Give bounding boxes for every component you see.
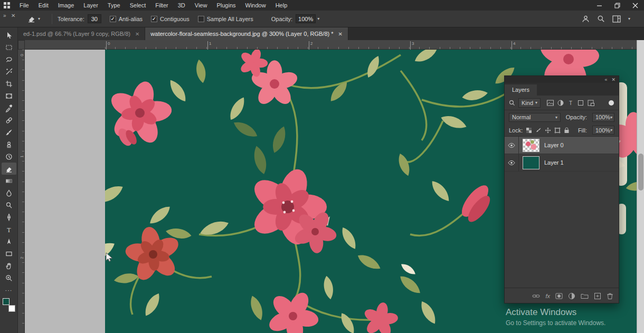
tool-shape[interactable] (2, 248, 16, 260)
tool-object-selection[interactable] (2, 65, 16, 78)
adjustment-layer-icon[interactable] (568, 292, 575, 300)
tool-crop[interactable] (2, 78, 16, 90)
tool-type[interactable]: T (2, 223, 16, 235)
panel-close-icon[interactable]: ✕ (611, 77, 615, 82)
contiguous-checkbox[interactable] (151, 16, 157, 22)
menu-layer[interactable]: Layer (79, 1, 103, 10)
layer-name[interactable]: Layer 0 (544, 142, 564, 148)
menu-window[interactable]: Window (241, 1, 271, 10)
menu-image[interactable]: Image (53, 1, 79, 10)
sample-all-layers-checkbox[interactable] (198, 16, 204, 22)
menu-view[interactable]: View (190, 1, 212, 10)
vertical-scrollbar[interactable] (637, 40, 644, 333)
tool-path-selection[interactable] (2, 235, 16, 248)
blend-mode-row: Normal ▾ Opacity: 100% ▾ (505, 110, 619, 124)
tolerance-input[interactable]: 30 (88, 14, 101, 23)
new-layer-icon[interactable] (594, 292, 601, 300)
tool-brush[interactable] (2, 126, 16, 138)
workspace-icon[interactable] (612, 15, 621, 23)
adjustment-layer-filter-icon[interactable] (557, 100, 564, 106)
layer-style-icon[interactable]: fx (545, 293, 550, 299)
menu-filter[interactable]: Filter (150, 1, 173, 10)
tool-lasso[interactable] (2, 53, 16, 65)
link-layers-icon[interactable] (532, 292, 540, 300)
menu-help[interactable]: Help (271, 1, 292, 10)
new-group-icon[interactable] (581, 292, 589, 299)
layer-row-layer-0[interactable]: Layer 0 (505, 137, 619, 154)
edit-toolbar-button[interactable]: ··· (5, 287, 13, 293)
layers-panel-footer: fx (505, 288, 619, 303)
type-layer-filter-icon[interactable]: T (567, 100, 574, 106)
filter-toggle-icon[interactable] (608, 100, 614, 106)
opacity-input[interactable]: 100% (296, 14, 316, 23)
anti-alias-checkbox[interactable] (110, 16, 116, 22)
pixel-layer-filter-icon[interactable] (547, 100, 554, 106)
menu-edit[interactable]: Edit (34, 1, 53, 10)
lock-artboard-icon[interactable] (554, 127, 561, 134)
layer-row-layer-1[interactable]: Layer 1 (505, 154, 619, 172)
delete-layer-icon[interactable] (607, 292, 613, 300)
document-tab-2[interactable]: watercolor-floral-seamless-background.jp… (145, 27, 348, 40)
search-icon (509, 100, 515, 106)
foreground-color-swatch[interactable] (3, 298, 10, 305)
visibility-toggle[interactable] (505, 137, 519, 154)
tool-preset-picker[interactable]: ▾ (27, 15, 40, 23)
panel-collapse-icon[interactable]: « (604, 77, 607, 82)
menu-type[interactable]: Type (103, 1, 125, 10)
magic-eraser-icon (27, 15, 36, 23)
background-color-swatch[interactable] (8, 305, 15, 312)
layer-mask-icon[interactable] (555, 292, 563, 300)
layer-opacity-label: Opacity: (566, 114, 587, 120)
tool-rectangular-marquee[interactable] (2, 41, 16, 53)
filter-kind-dropdown[interactable]: Kind ▾ (518, 98, 541, 108)
tool-blur[interactable] (2, 187, 16, 199)
smart-object-filter-icon[interactable] (588, 100, 594, 106)
tool-move[interactable] (2, 29, 16, 41)
close-icon[interactable]: ✕ (338, 31, 343, 37)
tool-gradient[interactable] (2, 175, 16, 187)
tool-hand[interactable] (2, 260, 16, 272)
account-icon[interactable] (582, 15, 590, 23)
close-icon[interactable]: ✕ (135, 31, 139, 37)
ruler-origin-corner (18, 40, 25, 50)
layer-thumbnail[interactable] (523, 156, 539, 169)
close-button[interactable] (626, 0, 644, 11)
tool-clone-stamp[interactable] (2, 138, 16, 150)
menu-3d[interactable]: 3D (173, 1, 190, 10)
fill-dropdown[interactable]: 100% ▾ (592, 126, 614, 135)
document-tab-1[interactable]: ed-1.psd @ 66.7% (Layer 9 copy, RGB/8) ✕ (18, 27, 145, 40)
tool-spot-healing-brush[interactable] (2, 114, 16, 126)
scrollbar-thumb[interactable] (638, 154, 643, 191)
tool-history-brush[interactable] (2, 150, 16, 163)
menu-select[interactable]: Select (125, 1, 151, 10)
lock-position-icon[interactable] (545, 127, 551, 134)
layer-opacity-dropdown[interactable]: 100% ▾ (592, 113, 614, 122)
restore-button[interactable] (608, 0, 626, 11)
search-icon[interactable] (597, 15, 605, 23)
menu-file[interactable]: File (15, 1, 34, 10)
tool-eyedropper[interactable] (2, 102, 16, 114)
shape-layer-filter-icon[interactable] (577, 100, 584, 106)
chevron-down-icon[interactable]: ▾ (628, 16, 630, 21)
tool-zoom[interactable] (2, 272, 16, 284)
lock-transparency-icon[interactable] (526, 127, 532, 134)
tool-pen[interactable] (2, 211, 16, 223)
chevron-down-icon: ▾ (610, 115, 612, 120)
layer-name[interactable]: Layer 1 (544, 159, 564, 166)
tool-dodge[interactable] (2, 199, 16, 211)
layer-thumbnail[interactable] (523, 139, 539, 152)
visibility-toggle[interactable] (505, 154, 519, 171)
blend-mode-dropdown[interactable]: Normal ▾ (509, 113, 561, 122)
menu-plugins[interactable]: Plugins (212, 1, 240, 10)
layers-tab[interactable]: Layers (505, 84, 537, 96)
lock-pixels-icon[interactable] (535, 127, 542, 134)
minimize-button[interactable] (590, 0, 608, 11)
tool-eraser[interactable] (2, 163, 16, 175)
lock-all-icon[interactable] (564, 127, 570, 134)
app-icon[interactable] (3, 2, 11, 9)
tool-frame[interactable] (2, 90, 16, 102)
dock-close-icon[interactable]: ✕ (11, 13, 15, 18)
chevron-down-icon: ▾ (610, 128, 612, 132)
dock-collapse-icon[interactable]: » (3, 13, 6, 18)
chevron-down-icon[interactable]: ▾ (317, 16, 319, 21)
